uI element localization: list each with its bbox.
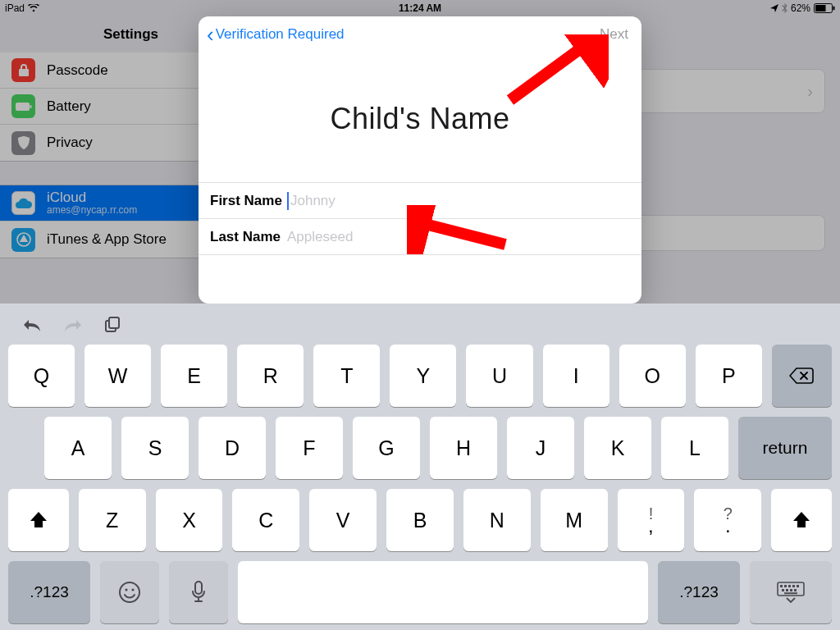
key-hide-keyboard[interactable] xyxy=(750,561,832,623)
onscreen-keyboard: QWERTYUIOP ASDFGHJKL return ZXCVBNM!,?. … xyxy=(0,304,840,630)
text-cursor xyxy=(287,192,289,210)
key-comma[interactable]: !, xyxy=(618,489,685,551)
svg-point-12 xyxy=(131,588,134,591)
key-v[interactable]: V xyxy=(309,489,377,551)
keyboard-toolbar xyxy=(5,312,835,345)
svg-rect-16 xyxy=(784,585,787,587)
svg-rect-13 xyxy=(195,582,202,594)
key-s[interactable]: S xyxy=(121,417,189,479)
key-m[interactable]: M xyxy=(541,489,608,551)
key-emoji[interactable] xyxy=(100,561,159,623)
key-x[interactable]: X xyxy=(156,489,223,551)
key-j[interactable]: J xyxy=(507,417,574,479)
key-a[interactable]: A xyxy=(44,417,112,479)
svg-point-10 xyxy=(120,582,139,602)
svg-line-6 xyxy=(510,46,584,100)
key-numbers-right[interactable]: .?123 xyxy=(658,561,740,623)
key-h[interactable]: H xyxy=(430,417,497,479)
key-c[interactable]: C xyxy=(232,489,299,551)
svg-point-11 xyxy=(125,588,127,591)
svg-rect-19 xyxy=(797,585,799,587)
svg-rect-18 xyxy=(792,585,795,587)
first-name-label: First Name xyxy=(210,193,287,209)
key-r[interactable]: R xyxy=(237,345,304,407)
clipboard-icon[interactable] xyxy=(103,316,121,334)
last-name-label: Last Name xyxy=(210,229,287,245)
key-shift-left[interactable] xyxy=(8,489,69,551)
svg-rect-15 xyxy=(780,585,783,587)
svg-rect-24 xyxy=(784,592,797,594)
svg-rect-23 xyxy=(794,589,797,591)
key-n[interactable]: N xyxy=(463,489,531,551)
key-e[interactable]: E xyxy=(161,345,227,407)
key-space[interactable] xyxy=(238,561,648,623)
key-period[interactable]: ?. xyxy=(694,489,761,551)
key-q[interactable]: Q xyxy=(8,345,75,407)
key-dictation[interactable] xyxy=(169,561,228,623)
key-u[interactable]: U xyxy=(466,345,532,407)
svg-rect-21 xyxy=(786,589,788,591)
annotation-arrow-firstname xyxy=(407,205,522,254)
key-o[interactable]: O xyxy=(619,345,686,407)
key-backspace[interactable] xyxy=(772,345,832,407)
back-label: Verification Required xyxy=(216,26,345,43)
svg-rect-9 xyxy=(109,317,119,328)
key-g[interactable]: G xyxy=(353,417,420,479)
key-numbers-left[interactable]: .?123 xyxy=(8,561,90,623)
svg-rect-17 xyxy=(788,585,791,587)
key-b[interactable]: B xyxy=(386,489,454,551)
key-y[interactable]: Y xyxy=(390,345,456,407)
svg-line-7 xyxy=(422,223,505,244)
svg-rect-22 xyxy=(790,589,792,591)
key-k[interactable]: K xyxy=(584,417,651,479)
svg-rect-20 xyxy=(782,589,784,591)
undo-icon[interactable] xyxy=(21,317,43,332)
annotation-arrow-next xyxy=(494,34,609,108)
key-d[interactable]: D xyxy=(199,417,266,479)
key-t[interactable]: T xyxy=(313,345,380,407)
redo-icon xyxy=(62,317,84,332)
key-return[interactable]: return xyxy=(738,417,832,479)
key-w[interactable]: W xyxy=(84,345,151,407)
key-shift-right[interactable] xyxy=(771,489,832,551)
key-z[interactable]: Z xyxy=(79,489,146,551)
key-l[interactable]: L xyxy=(661,417,728,479)
key-f[interactable]: F xyxy=(276,417,343,479)
back-button[interactable]: ‹ Verification Required xyxy=(207,26,345,43)
key-i[interactable]: I xyxy=(543,345,609,407)
key-p[interactable]: P xyxy=(696,345,762,407)
